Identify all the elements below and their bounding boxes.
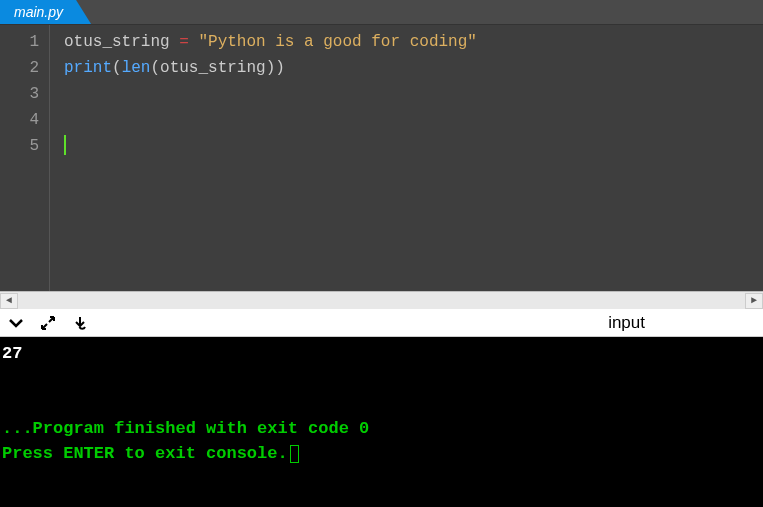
console-output[interactable]: 27 ...Program finished with exit code 0 … (0, 337, 763, 507)
console-cursor (290, 445, 299, 463)
console-message: ...Program finished with exit code 0 (2, 416, 761, 441)
tab-bar: main.py (0, 0, 763, 25)
line-number: 5 (0, 133, 49, 159)
scroll-right-arrow[interactable]: ► (745, 293, 763, 309)
horizontal-scrollbar[interactable]: ◄ ► (0, 291, 763, 309)
tab-filename: main.py (14, 4, 63, 20)
download-icon[interactable] (72, 315, 88, 331)
file-tab[interactable]: main.py (0, 0, 91, 24)
console-prompt: Press ENTER to exit console. (2, 441, 761, 466)
chevron-down-icon[interactable] (8, 315, 24, 331)
scroll-left-arrow[interactable]: ◄ (0, 293, 18, 309)
console-result: 27 (2, 341, 761, 366)
line-number: 1 (0, 29, 49, 55)
code-area[interactable]: otus_string = "Python is a good for codi… (50, 25, 763, 291)
code-line: otus_string = "Python is a good for codi… (64, 29, 763, 55)
expand-icon[interactable] (40, 315, 56, 331)
input-label: input (608, 313, 645, 333)
line-number: 2 (0, 55, 49, 81)
code-line: print(len(otus_string)) (64, 55, 763, 81)
line-number-gutter: 1 2 3 4 5 (0, 25, 50, 291)
console-toolbar: input (0, 309, 763, 337)
line-number: 4 (0, 107, 49, 133)
code-editor[interactable]: 1 2 3 4 5 otus_string = "Python is a goo… (0, 25, 763, 291)
line-number: 3 (0, 81, 49, 107)
cursor (64, 135, 66, 155)
